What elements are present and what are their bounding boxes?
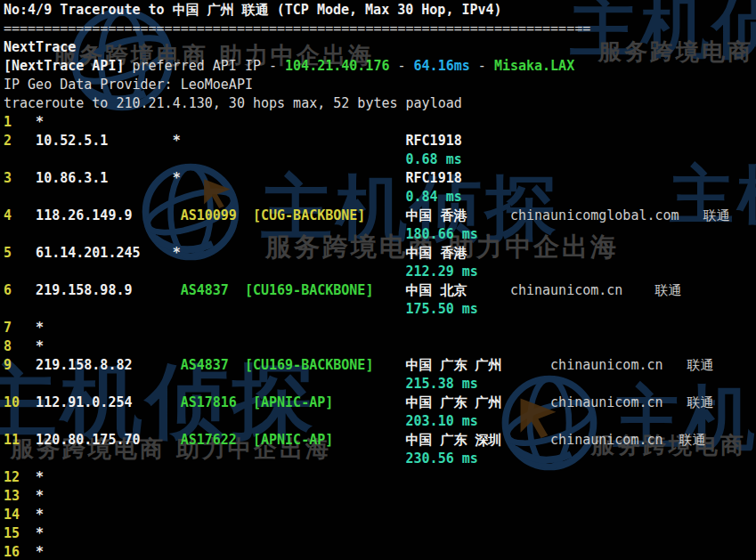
hop-row: 14*	[4, 507, 756, 525]
hop-star: *	[173, 133, 181, 149]
hop-row: 1*	[4, 114, 756, 133]
hop-star: *	[36, 338, 44, 354]
traceroute-info: traceroute to 210.21.4.130, 30 hops max,…	[4, 95, 462, 111]
hop-number: 5	[4, 245, 12, 261]
api-label: [NextTrace API]	[4, 58, 124, 74]
title-line: No:4/9 Traceroute to 中国 广州 联通 (TCP Mode,…	[4, 2, 756, 20]
hop-ip: 219.158.8.82	[36, 357, 132, 373]
hop-star: *	[36, 488, 44, 504]
hop-row: 210.52.5.1*RFC1918	[4, 133, 756, 151]
hop-isp: 联通	[687, 394, 714, 411]
hop-rfc: RFC1918	[406, 170, 462, 186]
hop-star: *	[173, 170, 181, 186]
api-info-line: [NextTrace API] preferred API IP - 104.2…	[4, 58, 756, 77]
hop-star: *	[36, 525, 44, 541]
hop-number: 7	[4, 320, 12, 336]
hop-row: 12*	[4, 469, 756, 488]
hop-latency: 0.68 ms	[406, 151, 462, 167]
hop-number: 10	[4, 394, 20, 410]
hop-latency-row: 230.56 ms	[4, 450, 756, 469]
hop-row: 310.86.3.1*RFC1918	[4, 170, 756, 189]
hop-row: 7*	[4, 320, 756, 338]
hop-asn: AS10099	[181, 207, 237, 223]
hop-number: 4	[4, 207, 12, 223]
separator-line: ========================================…	[4, 20, 756, 39]
hop-ip: 112.91.0.254	[36, 394, 132, 410]
hop-number: 8	[4, 338, 12, 354]
hop-geo: 中国 香港	[406, 207, 467, 224]
api-node: Misaka.LAX	[494, 58, 574, 74]
hop-asn: AS17622	[181, 432, 237, 448]
hop-number: 6	[4, 282, 12, 298]
hop-latency-row: 215.38 ms	[4, 376, 756, 394]
separator: ========================================…	[4, 20, 590, 37]
terminal-window: 主机侦探服务跨境电商 助服务跨境电商 助力中企出海 主机侦探主机侦服务跨境电商 …	[0, 0, 756, 560]
hop-latency: 212.29 ms	[406, 264, 478, 280]
hop-number: 9	[4, 357, 12, 373]
hop-asn: AS4837	[181, 357, 229, 373]
hop-row: 4118.26.149.9AS10099[CUG-BACKBONE]中国 香港c…	[4, 207, 756, 226]
hop-row: 13*	[4, 488, 756, 507]
hop-row: 10112.91.0.254AS17816[APNIC-AP]中国 广东 广州c…	[4, 394, 756, 413]
hop-latency: 0.84 ms	[406, 189, 462, 205]
hop-asn: AS4837	[181, 282, 229, 298]
hop-latency: 180.66 ms	[406, 226, 478, 242]
hop-number: 3	[4, 170, 12, 186]
hop-row: 8*	[4, 338, 756, 357]
hop-row: 16*	[4, 544, 756, 560]
hop-number: 12	[4, 469, 20, 485]
hop-number: 13	[4, 488, 20, 504]
hop-geo: 中国 香港	[406, 245, 467, 262]
api-ip: 104.21.40.176	[285, 58, 389, 74]
hop-list: 1*210.52.5.1*RFC19180.68 ms310.86.3.1*RF…	[4, 114, 756, 560]
hop-annotation: [CU169-BACKBONE]	[245, 357, 374, 373]
hop-latency-row: 0.68 ms	[4, 151, 756, 170]
hop-number: 11	[4, 432, 20, 448]
hop-domain: chinaunicom.cn	[510, 282, 622, 298]
api-latency: 64.16ms	[414, 58, 470, 74]
traceroute-title: No:4/9 Traceroute to 中国 广州 联通 (TCP Mode,…	[4, 2, 502, 19]
hop-domain: chinaunicom.cn	[550, 357, 663, 373]
hop-geo: 中国 广东 深圳	[406, 432, 502, 449]
hop-latency-row: 180.66 ms	[4, 226, 756, 245]
hop-row: 561.14.201.245*中国 香港	[4, 245, 756, 264]
hop-geo: 中国 广东 广州	[406, 357, 502, 374]
hop-isp: 联通	[687, 357, 714, 374]
api-prefix: preferred API IP -	[132, 58, 277, 74]
hop-ip: 118.26.149.9	[36, 207, 132, 223]
hop-star: *	[173, 245, 181, 261]
hop-ip: 10.86.3.1	[36, 170, 108, 186]
terminal-output: No:4/9 Traceroute to 中国 广州 联通 (TCP Mode,…	[4, 2, 756, 560]
hop-rfc: RFC1918	[406, 133, 462, 149]
hop-number: 1	[4, 114, 12, 130]
traceroute-info-line: traceroute to 210.21.4.130, 30 hops max,…	[4, 95, 756, 114]
hop-latency: 203.10 ms	[406, 413, 478, 429]
hop-domain: chinaunicomglobal.com	[510, 207, 679, 223]
app-name: NextTrace	[4, 39, 76, 55]
hop-ip: 120.80.175.70	[36, 432, 140, 448]
api-dash-2: -	[478, 58, 486, 74]
api-dash-1: -	[398, 58, 406, 74]
geo-provider: IP Geo Data Provider: LeoMoeAPI	[4, 77, 253, 93]
hop-domain: chinaunicom.cn	[550, 432, 663, 448]
hop-isp: 联通	[679, 432, 706, 449]
hop-row: 9219.158.8.82AS4837[CU169-BACKBONE]中国 广东…	[4, 357, 756, 376]
hop-asn: AS17816	[181, 394, 237, 410]
hop-annotation: [CUG-BACKBONE]	[253, 207, 365, 223]
hop-star: *	[36, 114, 44, 130]
hop-isp: 联通	[654, 282, 681, 299]
hop-annotation: [APNIC-AP]	[253, 432, 333, 448]
hop-latency: 215.38 ms	[406, 376, 478, 392]
hop-row: 6219.158.98.9AS4837[CU169-BACKBONE]中国 北京…	[4, 282, 756, 301]
hop-star: *	[36, 320, 44, 336]
hop-number: 2	[4, 133, 12, 149]
hop-star: *	[36, 469, 44, 485]
hop-latency-row: 203.10 ms	[4, 413, 756, 432]
hop-annotation: [CU169-BACKBONE]	[245, 282, 374, 298]
geo-provider-line: IP Geo Data Provider: LeoMoeAPI	[4, 77, 756, 95]
app-name-line: NextTrace	[4, 39, 756, 58]
hop-geo: 中国 广东 广州	[406, 394, 502, 411]
hop-latency-row: 0.84 ms	[4, 189, 756, 207]
hop-latency-row: 212.29 ms	[4, 264, 756, 282]
hop-row: 15*	[4, 525, 756, 544]
